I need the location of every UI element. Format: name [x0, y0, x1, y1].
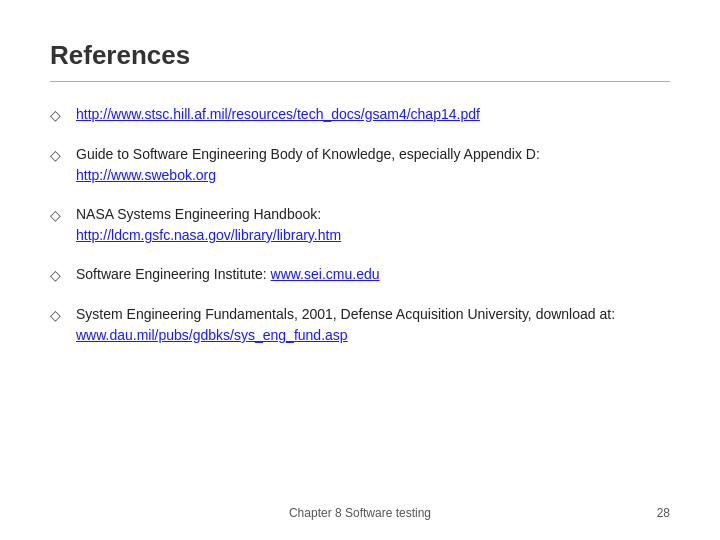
list-item: ◇ System Engineering Fundamentals, 2001,… — [50, 304, 670, 346]
footer-page-number: 28 — [657, 506, 670, 520]
ref-link-5[interactable]: www.dau.mil/pubs/gdbks/sys_eng_fund.asp — [76, 327, 348, 343]
ref-before-text: Software Engineering Institute: — [76, 266, 271, 282]
page-title: References — [50, 40, 670, 71]
ref-before-text: NASA Systems Engineering Handbook: — [76, 206, 321, 222]
list-item: ◇ NASA Systems Engineering Handbook:http… — [50, 204, 670, 246]
list-item: ◇ Software Engineering Institute: www.se… — [50, 264, 670, 286]
ref-text: Software Engineering Institute: www.sei.… — [76, 264, 670, 285]
title-divider — [50, 81, 670, 82]
ref-before-text: System Engineering Fundamentals, 2001, D… — [76, 306, 615, 322]
slide-container: References ◇ http://www.stsc.hill.af.mil… — [0, 0, 720, 540]
bullet-icon: ◇ — [50, 105, 68, 126]
ref-link-4[interactable]: www.sei.cmu.edu — [271, 266, 380, 282]
ref-text: http://www.stsc.hill.af.mil/resources/te… — [76, 104, 670, 125]
bullet-icon: ◇ — [50, 205, 68, 226]
ref-text: System Engineering Fundamentals, 2001, D… — [76, 304, 670, 346]
ref-link-2[interactable]: http://www.swebok.org — [76, 167, 216, 183]
footer: Chapter 8 Software testing 28 — [0, 506, 720, 520]
bullet-icon: ◇ — [50, 305, 68, 326]
ref-link-1[interactable]: http://www.stsc.hill.af.mil/resources/te… — [76, 106, 480, 122]
ref-text: Guide to Software Engineering Body of Kn… — [76, 144, 670, 186]
list-item: ◇ http://www.stsc.hill.af.mil/resources/… — [50, 104, 670, 126]
ref-text: NASA Systems Engineering Handbook:http:/… — [76, 204, 670, 246]
references-list: ◇ http://www.stsc.hill.af.mil/resources/… — [50, 104, 670, 346]
bullet-icon: ◇ — [50, 145, 68, 166]
footer-center-text: Chapter 8 Software testing — [289, 506, 431, 520]
list-item: ◇ Guide to Software Engineering Body of … — [50, 144, 670, 186]
ref-before-text: Guide to Software Engineering Body of Kn… — [76, 146, 540, 162]
bullet-icon: ◇ — [50, 265, 68, 286]
ref-link-3[interactable]: http://ldcm.gsfc.nasa.gov/library/librar… — [76, 227, 341, 243]
